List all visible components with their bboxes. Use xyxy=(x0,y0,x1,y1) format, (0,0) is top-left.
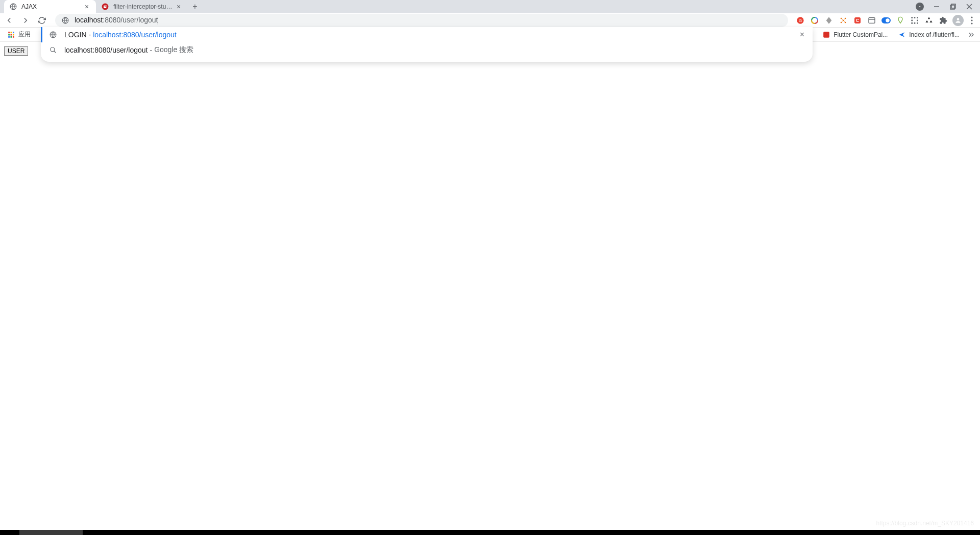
nav-buttons xyxy=(4,15,47,26)
new-tab-button[interactable]: + xyxy=(188,0,202,13)
svg-line-20 xyxy=(843,18,845,20)
remove-suggestion-icon[interactable]: × xyxy=(800,30,804,39)
svg-point-1 xyxy=(102,4,109,10)
suggestion-text: LOGIN - localhost:8080/user/logout xyxy=(64,31,800,39)
svg-rect-47 xyxy=(8,36,10,37)
watermark-text: https://blog.csdn.net/m_SKY201416 xyxy=(876,520,974,527)
svg-line-54 xyxy=(54,51,56,53)
apps-shortcut[interactable]: 应用 xyxy=(5,29,33,40)
blue-arrow-icon xyxy=(898,31,906,39)
ext-icon-10[interactable] xyxy=(924,15,934,26)
user-button[interactable]: USER xyxy=(4,46,28,56)
svg-rect-44 xyxy=(8,34,10,35)
tab-ajax[interactable]: AJAX × xyxy=(4,0,96,13)
extensions-icon[interactable] xyxy=(938,15,948,26)
svg-rect-32 xyxy=(911,19,913,21)
forward-button[interactable] xyxy=(20,15,31,26)
svg-point-39 xyxy=(971,19,972,21)
omnibox-container: localhost:8080/user/logout xyxy=(55,14,788,27)
svg-rect-45 xyxy=(11,34,12,35)
tab-strip: AJAX × filter-interceptor-study: filter-… xyxy=(0,0,980,13)
globe-icon xyxy=(9,3,17,11)
ext-icon-6[interactable] xyxy=(867,15,877,26)
address-bar[interactable]: localhost:8080/user/logout xyxy=(55,14,788,27)
ext-icon-9[interactable] xyxy=(910,15,920,26)
ext-icon-8[interactable] xyxy=(895,15,905,26)
search-icon xyxy=(49,46,57,54)
profile-avatar-icon[interactable] xyxy=(952,15,964,26)
url-path: :8080/user/logout xyxy=(103,16,158,24)
svg-rect-49 xyxy=(13,36,14,37)
suggestion-title: LOGIN xyxy=(64,31,87,39)
svg-point-40 xyxy=(971,22,972,24)
red-square-icon xyxy=(822,31,830,39)
apps-grid-icon xyxy=(7,31,15,39)
account-indicator-icon[interactable] xyxy=(916,3,924,11)
svg-rect-35 xyxy=(914,22,916,24)
omnibox-suggestions: LOGIN - localhost:8080/user/logout × loc… xyxy=(41,27,813,62)
suggestion-text: localhost:8080/user/logout - Google 搜索 xyxy=(64,45,804,55)
bookmark-flutter-custompaint[interactable]: Flutter CustomPai... xyxy=(820,30,890,40)
svg-point-28 xyxy=(886,18,890,22)
ext-icon-2[interactable] xyxy=(810,15,820,26)
suggestion-row-search[interactable]: localhost:8080/user/logout - Google 搜索 xyxy=(41,42,813,58)
svg-rect-46 xyxy=(13,34,14,35)
maximize-icon[interactable] xyxy=(949,3,957,10)
ext-icon-5[interactable]: C xyxy=(852,15,863,26)
ext-icon-3[interactable] xyxy=(824,15,834,26)
svg-rect-48 xyxy=(11,36,12,37)
gitee-icon xyxy=(101,3,109,11)
toolbar: localhost:8080/user/logout G C xyxy=(0,13,980,28)
ext-icon-1[interactable]: G xyxy=(795,15,805,26)
svg-rect-34 xyxy=(911,22,913,24)
bookmark-label: Index of /flutter/fl... xyxy=(909,31,960,38)
svg-text:C: C xyxy=(856,18,860,23)
svg-point-53 xyxy=(51,47,55,52)
close-icon[interactable]: × xyxy=(175,3,183,11)
svg-rect-3 xyxy=(950,5,954,9)
ext-icon-7[interactable] xyxy=(881,15,891,26)
svg-line-21 xyxy=(841,20,843,22)
svg-rect-31 xyxy=(917,17,918,18)
svg-line-22 xyxy=(843,20,845,22)
svg-rect-42 xyxy=(11,32,12,33)
svg-rect-30 xyxy=(914,17,916,18)
minimize-icon[interactable] xyxy=(933,3,940,10)
window-controls xyxy=(909,0,980,13)
taskbar-sliver xyxy=(0,530,980,535)
bookmark-label: Flutter CustomPai... xyxy=(834,31,888,38)
chrome-menu-icon[interactable] xyxy=(968,16,976,25)
suggestion-sep: - xyxy=(150,46,152,54)
site-info-icon[interactable] xyxy=(61,16,69,25)
suggestion-sep: - xyxy=(89,31,91,39)
svg-line-19 xyxy=(841,18,843,20)
tab-title: filter-interceptor-study: filter-i xyxy=(113,3,175,10)
svg-rect-4 xyxy=(951,4,955,8)
globe-icon xyxy=(49,31,57,39)
svg-rect-33 xyxy=(917,19,918,21)
url-text[interactable]: localhost:8080/user/logout xyxy=(75,16,782,25)
url-host: localhost xyxy=(75,16,103,24)
suggestion-query: localhost:8080/user/logout xyxy=(64,46,148,54)
svg-point-38 xyxy=(971,16,972,18)
ext-icon-4[interactable] xyxy=(838,15,848,26)
bookmark-index-flutter[interactable]: Index of /flutter/fl... xyxy=(896,30,962,40)
svg-rect-36 xyxy=(917,22,918,24)
svg-text:G: G xyxy=(799,18,802,22)
svg-rect-29 xyxy=(911,17,913,18)
close-icon[interactable]: × xyxy=(83,3,91,11)
tab-title: AJAX xyxy=(21,3,83,10)
svg-rect-41 xyxy=(8,32,10,33)
suggestion-url: localhost:8080/user/logout xyxy=(93,31,176,39)
extension-icons: G C xyxy=(795,15,976,26)
suggestion-row-history[interactable]: LOGIN - localhost:8080/user/logout × xyxy=(41,27,813,42)
apps-label: 应用 xyxy=(18,30,31,39)
svg-rect-43 xyxy=(13,32,14,33)
bookmark-overflow-icon[interactable] xyxy=(968,31,975,38)
close-window-icon[interactable] xyxy=(966,3,973,10)
suggestion-desc: Google 搜索 xyxy=(154,45,193,55)
reload-button[interactable] xyxy=(37,15,47,26)
text-caret xyxy=(158,17,158,25)
tab-filter-interceptor[interactable]: filter-interceptor-study: filter-i × xyxy=(96,0,188,13)
back-button[interactable] xyxy=(4,15,14,26)
